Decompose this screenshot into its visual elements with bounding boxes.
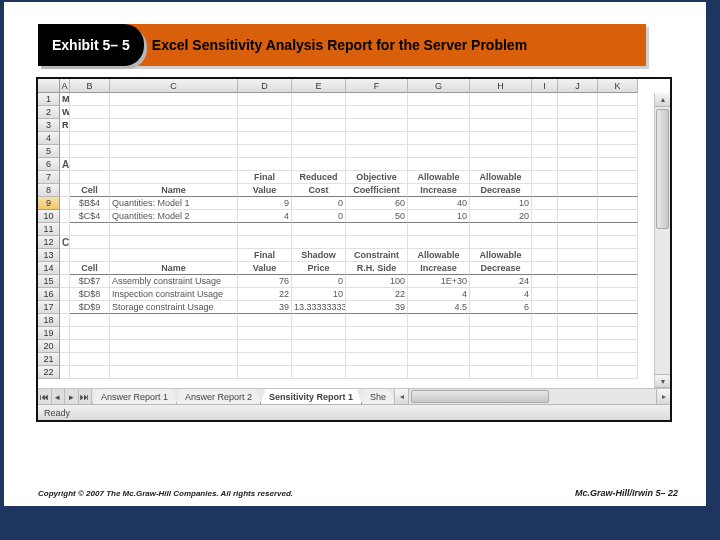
- row-header-16[interactable]: 16: [38, 288, 60, 301]
- row-header-12[interactable]: 12: [38, 236, 60, 249]
- title-bar: Exhibit 5– 5 Excel Sensitivity Analysis …: [38, 24, 646, 66]
- scroll-up-icon[interactable]: ▴: [655, 93, 670, 107]
- sheet-tab[interactable]: Answer Report 1: [92, 389, 177, 404]
- col-header-H[interactable]: H: [470, 79, 532, 93]
- row-header-19[interactable]: 19: [38, 327, 60, 340]
- table-row: $D$8Inspection constraint Usage22102244: [60, 288, 654, 301]
- scroll-right-icon[interactable]: ▸: [656, 389, 670, 405]
- table-row: [60, 327, 654, 340]
- slide-title: Excel Sensitivity Analysis Report for th…: [126, 24, 646, 66]
- col-header-I[interactable]: I: [532, 79, 558, 93]
- scroll-left-icon[interactable]: ◂: [395, 389, 409, 405]
- row-headers[interactable]: 12345678910111213141516171819202122: [38, 93, 60, 379]
- row-header-6[interactable]: 6: [38, 158, 60, 171]
- row-header-18[interactable]: 18: [38, 314, 60, 327]
- row-header-15[interactable]: 15: [38, 275, 60, 288]
- page-number: Mc.Graw-Hill/Irwin 5– 22: [575, 488, 678, 498]
- tab-prev-icon[interactable]: ◂: [52, 389, 66, 404]
- sheet-tabs: Answer Report 1Answer Report 2Sensitivit…: [92, 389, 394, 404]
- table-row: Worksheet: [wrsht5-1.xls]Sheet1: [60, 106, 654, 119]
- col-header-A[interactable]: A: [60, 79, 70, 93]
- table-row: [60, 353, 654, 366]
- row-header-2[interactable]: 2: [38, 106, 60, 119]
- tab-next-icon[interactable]: ▸: [65, 389, 79, 404]
- row-header-5[interactable]: 5: [38, 145, 60, 158]
- row-header-9[interactable]: 9: [38, 197, 60, 210]
- exhibit-label: Exhibit 5– 5: [38, 24, 144, 66]
- scroll-thumb-v[interactable]: [656, 109, 669, 229]
- column-headers[interactable]: ABCDEFGHIJK: [60, 79, 654, 93]
- col-header-B[interactable]: B: [70, 79, 110, 93]
- row-header-7[interactable]: 7: [38, 171, 60, 184]
- table-row: Adjustable Cells: [60, 158, 654, 171]
- table-row: Report Created: 1/16/2004 6:17:00 PM: [60, 119, 654, 132]
- table-row: $C$4Quantities: Model 240501020: [60, 210, 654, 223]
- row-header-3[interactable]: 3: [38, 119, 60, 132]
- table-row: $B$4Quantities: Model 190604010: [60, 197, 654, 210]
- table-row: [60, 132, 654, 145]
- row-header-20[interactable]: 20: [38, 340, 60, 353]
- row-header-11[interactable]: 11: [38, 223, 60, 236]
- table-row: Microsoft Excel 9.0 Sensitivity Report: [60, 93, 654, 106]
- excel-screenshot: ABCDEFGHIJK 1234567891011121314151617181…: [36, 77, 672, 422]
- col-header-E[interactable]: E: [292, 79, 346, 93]
- col-header-G[interactable]: G: [408, 79, 470, 93]
- table-row: [60, 145, 654, 158]
- row-header-8[interactable]: 8: [38, 184, 60, 197]
- row-header-1[interactable]: 1: [38, 93, 60, 106]
- row-header-22[interactable]: 22: [38, 366, 60, 379]
- tab-nav-buttons[interactable]: ⏮ ◂ ▸ ⏭: [38, 389, 92, 404]
- copyright-text: Copyright © 2007 The Mc.Graw-Hill Compan…: [38, 489, 293, 498]
- col-header-K[interactable]: K: [598, 79, 638, 93]
- sheet-tab[interactable]: Answer Report 2: [176, 389, 261, 404]
- col-header-C[interactable]: C: [110, 79, 238, 93]
- table-row: $D$7Assembly constraint Usage7601001E+30…: [60, 275, 654, 288]
- scroll-down-icon[interactable]: ▾: [655, 374, 670, 388]
- worksheet-area: ABCDEFGHIJK 1234567891011121314151617181…: [38, 79, 670, 388]
- cell-grid[interactable]: Microsoft Excel 9.0 Sensitivity ReportWo…: [60, 93, 654, 388]
- row-header-10[interactable]: 10: [38, 210, 60, 223]
- row-header-17[interactable]: 17: [38, 301, 60, 314]
- table-row: [60, 223, 654, 236]
- tab-last-icon[interactable]: ⏭: [79, 389, 93, 404]
- row-header-13[interactable]: 13: [38, 249, 60, 262]
- row-header-14[interactable]: 14: [38, 262, 60, 275]
- table-row: [60, 314, 654, 327]
- table-row: CellNameValueCostCoefficientIncreaseDecr…: [60, 184, 654, 197]
- slide: Exhibit 5– 5 Excel Sensitivity Analysis …: [4, 2, 706, 506]
- table-row: [60, 340, 654, 353]
- select-all-corner[interactable]: [38, 79, 60, 93]
- sheet-tab[interactable]: She: [361, 389, 394, 404]
- scroll-thumb-h[interactable]: [411, 390, 548, 403]
- table-row: [60, 366, 654, 379]
- col-header-F[interactable]: F: [346, 79, 408, 93]
- status-bar: Ready: [38, 404, 670, 420]
- table-row: CellNameValuePriceR.H. SideIncreaseDecre…: [60, 262, 654, 275]
- sheet-tab[interactable]: Sensitivity Report 1: [260, 389, 362, 404]
- col-header-J[interactable]: J: [558, 79, 598, 93]
- table-row: FinalReducedObjectiveAllowableAllowable: [60, 171, 654, 184]
- col-header-D[interactable]: D: [238, 79, 292, 93]
- sheet-tab-bar: ⏮ ◂ ▸ ⏭ Answer Report 1Answer Report 2Se…: [38, 388, 670, 404]
- horizontal-scrollbar[interactable]: ◂ ▸: [394, 389, 670, 404]
- table-row: Constraints: [60, 236, 654, 249]
- row-header-21[interactable]: 21: [38, 353, 60, 366]
- table-row: FinalShadowConstraintAllowableAllowable: [60, 249, 654, 262]
- vertical-scrollbar[interactable]: ▴ ▾: [654, 93, 670, 388]
- tab-first-icon[interactable]: ⏮: [38, 389, 52, 404]
- row-header-4[interactable]: 4: [38, 132, 60, 145]
- table-row: $D$9Storage constraint Usage3913.3333333…: [60, 301, 654, 314]
